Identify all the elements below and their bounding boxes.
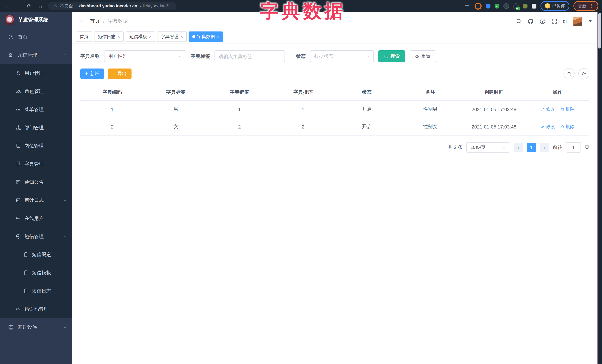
chevron-down-icon xyxy=(366,54,370,58)
trash-icon xyxy=(560,107,565,111)
url-divider xyxy=(76,4,76,8)
add-button[interactable]: + 新增 xyxy=(80,69,104,79)
close-icon[interactable]: × xyxy=(180,34,183,39)
reset-button-label: 重置 xyxy=(421,53,431,59)
browser-back-icon[interactable]: ← xyxy=(4,3,10,9)
update-button[interactable]: 更新 ⋮ xyxy=(573,1,598,11)
breadcrumb-home[interactable]: 首页 xyxy=(90,18,100,24)
sidebar-item-dept-management[interactable]: 部门管理 xyxy=(0,118,72,137)
address-bar[interactable]: ⚠ 不安全 dashboard.yudao.iocoder.cn/dict/ty… xyxy=(48,2,176,10)
message-icon xyxy=(16,179,22,185)
delete-link[interactable]: 删除 xyxy=(560,106,575,112)
edit-link[interactable]: 修改 xyxy=(541,124,555,130)
sidebar-item-sms-management[interactable]: 短信管理 xyxy=(0,227,72,246)
status-placeholder: 数据状态 xyxy=(314,53,333,60)
extension-slate-icon[interactable] xyxy=(503,3,509,9)
sidebar-item-home[interactable]: 首页 xyxy=(0,28,72,46)
extension-dark-icon[interactable]: on xyxy=(513,3,518,9)
browser-forward-icon[interactable]: → xyxy=(15,3,22,9)
refresh-table-button[interactable]: ⟳ xyxy=(578,68,589,79)
extensions-puzzle-icon[interactable] xyxy=(531,3,536,8)
edit-icon xyxy=(541,107,545,111)
sidebar-item-infrastructure[interactable]: 基础设施 xyxy=(0,318,72,336)
status-select[interactable]: 数据状态 xyxy=(310,50,374,62)
dict-name-select[interactable]: 用户性别 xyxy=(104,50,186,62)
extension-olive-icon[interactable] xyxy=(523,3,527,8)
sidebar-item-system-management[interactable]: ⚙ 系统管理 xyxy=(0,46,72,64)
goto-prefix: 前往 xyxy=(553,144,562,151)
gear-icon: ⚙ xyxy=(8,52,14,58)
main-panel: ☰ 首页 / 字典数据 tT 首页 短信日志× xyxy=(72,12,598,364)
active-tab-dot xyxy=(192,35,195,38)
page-size-select[interactable]: 10条/页 xyxy=(466,142,510,153)
export-button[interactable]: ↓ 导出 xyxy=(108,69,131,79)
sidebar-item-label: 字典管理 xyxy=(24,161,44,167)
dict-tag-input[interactable] xyxy=(215,50,285,62)
status-label: 状态 xyxy=(296,53,306,60)
user-avatar[interactable] xyxy=(573,16,582,26)
github-icon[interactable] xyxy=(527,18,534,24)
hide-search-button[interactable] xyxy=(563,68,575,79)
close-icon[interactable]: × xyxy=(149,34,151,39)
browser-reload-icon[interactable]: ⟳ xyxy=(26,3,32,9)
browser-menu-icon[interactable]: ⋮ xyxy=(589,3,594,9)
sidebar-item-sms-log[interactable]: 短信日志 xyxy=(0,282,72,300)
sidebar-item-role-management[interactable]: 角色管理 xyxy=(0,82,72,100)
sidebar-item-label: 基础设施 xyxy=(18,324,37,331)
page-scrollbar[interactable] xyxy=(598,12,602,364)
help-icon[interactable] xyxy=(539,18,546,24)
app-logo-row[interactable]: 芋道管理系统 xyxy=(0,12,72,28)
sidebar-item-label: 菜单管理 xyxy=(24,106,44,113)
scrollbar-thumb[interactable] xyxy=(598,13,601,49)
total-count: 共 2 条 xyxy=(448,144,463,151)
sidebar-item-online-users[interactable]: 在线用户 xyxy=(0,209,72,227)
search-icon[interactable] xyxy=(516,18,522,24)
tab-dict-data[interactable]: 字典数据× xyxy=(189,31,223,42)
sidebar-item-sms-template[interactable]: 短信模板 xyxy=(0,264,72,282)
profile-paused-chip[interactable]: 已暂停 xyxy=(540,1,570,11)
sidebar-item-sms-channel[interactable]: 短信渠道 xyxy=(0,246,72,264)
extension-green-check-icon[interactable]: ✓ xyxy=(494,3,499,8)
table-row[interactable]: 1 男 1 1 开启 性别男 2021-01-05 17:03:48 修改 删除 xyxy=(80,101,589,118)
tab-sms-log[interactable]: 短信日志× xyxy=(94,31,124,42)
sidebar-collapse-icon[interactable]: ☰ xyxy=(78,17,84,25)
sidebar-item-label: 短信模板 xyxy=(32,269,51,276)
next-page-button[interactable]: › xyxy=(540,143,549,152)
org-tree-icon xyxy=(16,125,22,130)
sidebar-item-label: 短信渠道 xyxy=(32,251,51,258)
fullscreen-icon[interactable] xyxy=(551,18,557,24)
url-path: /dict/type/data/1 xyxy=(140,4,170,8)
current-page-button[interactable]: 1 xyxy=(527,143,536,152)
sidebar-item-post-management[interactable]: 岗位管理 xyxy=(0,137,72,155)
extension-orange-icon[interactable] xyxy=(474,2,481,10)
sidebar-item-label: 岗位管理 xyxy=(24,142,44,149)
close-icon[interactable]: × xyxy=(118,34,120,39)
sidebar-item-error-code[interactable]: </> 错误码管理 xyxy=(0,300,72,318)
sidebar-item-user-management[interactable]: 用户管理 xyxy=(0,64,72,82)
tab-sms-template[interactable]: 短信模板× xyxy=(126,31,155,42)
refresh-icon: ⟳ xyxy=(415,53,419,59)
extension-blue-icon[interactable] xyxy=(485,3,490,8)
reset-button[interactable]: ⟳ 重置 xyxy=(410,50,436,62)
cell-sort: 1 xyxy=(271,101,335,118)
bookmark-star-icon[interactable]: ☆ xyxy=(464,3,470,9)
sidebar-item-audit-log[interactable]: 审计日志 xyxy=(0,191,72,209)
search-button[interactable]: 搜索 xyxy=(378,50,405,62)
sidebar-item-menu-management[interactable]: 菜单管理 xyxy=(0,100,72,118)
table-row[interactable]: 2 女 2 2 开启 性别女 2021-01-05 17:03:48 修改 删除 xyxy=(80,118,589,135)
sidebar-item-notice[interactable]: 通知公告 xyxy=(0,173,72,191)
tab-dict-management[interactable]: 字典管理× xyxy=(157,31,187,42)
sidebar-item-dict-management[interactable]: 字典管理 xyxy=(0,155,72,173)
goto-page-input[interactable] xyxy=(566,142,581,153)
browser-home-icon[interactable]: ⌂ xyxy=(37,3,44,9)
delete-link[interactable]: 删除 xyxy=(560,124,575,130)
prev-page-button[interactable]: ‹ xyxy=(514,143,523,152)
delete-label: 删除 xyxy=(566,124,575,130)
avatar-dropdown-caret-icon[interactable] xyxy=(589,20,592,22)
edit-link[interactable]: 修改 xyxy=(541,106,555,112)
tab-home[interactable]: 首页 xyxy=(76,31,92,42)
users-icon xyxy=(16,89,22,94)
font-size-icon[interactable]: tT xyxy=(563,18,568,24)
close-icon[interactable]: × xyxy=(217,34,219,39)
sidebar-item-label: 系统管理 xyxy=(18,52,37,58)
